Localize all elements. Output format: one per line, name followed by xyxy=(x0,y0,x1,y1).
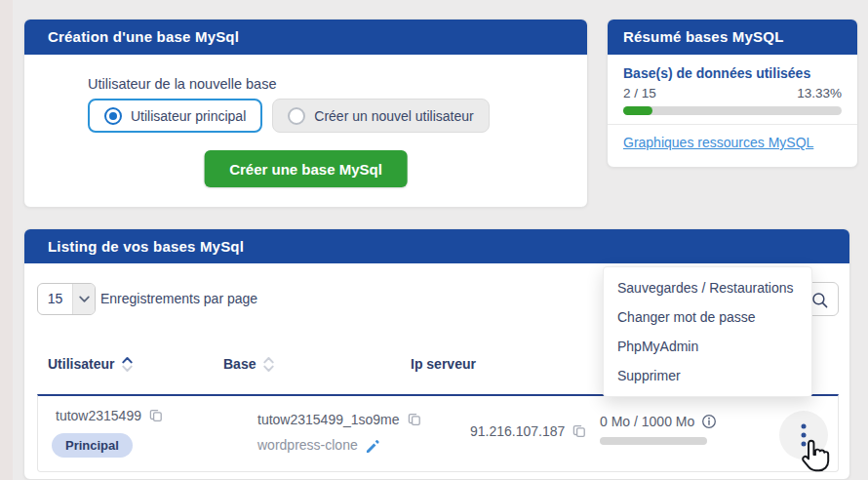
edit-pencil-icon[interactable] xyxy=(365,438,379,453)
radio-option-new-user[interactable]: Créer un nouvel utilisateur xyxy=(272,99,489,133)
copy-icon[interactable] xyxy=(407,412,422,427)
row-ip-cell: 91.216.107.187 xyxy=(470,423,587,439)
creation-card-title: Création d'une base MySql xyxy=(48,28,239,45)
row-base-cell: tutow2315499_1so9me xyxy=(257,412,422,427)
creation-card: Création d'une base MySql Utilisateur de… xyxy=(23,19,588,208)
copy-icon[interactable] xyxy=(148,408,164,423)
row-base-name: tutow2315499_1so9me xyxy=(257,412,400,427)
per-page-selected-value: 15 xyxy=(38,284,72,314)
usage-percent: 13.33% xyxy=(797,86,842,100)
row-user-name: tutow2315499 xyxy=(56,408,141,423)
listing-card-title: Listing de vos bases MySql xyxy=(48,238,244,255)
menu-item-sauvegardes-restaurations[interactable]: Sauvegardes / Restaurations xyxy=(604,273,811,302)
info-icon[interactable] xyxy=(701,414,717,429)
copy-icon[interactable] xyxy=(572,423,587,439)
radio-selected-icon xyxy=(104,107,122,125)
summary-card-title: Résumé bases MySQL xyxy=(623,28,784,45)
row-ip-value: 91.216.107.187 xyxy=(470,423,565,439)
per-page-select[interactable]: 15 xyxy=(37,283,96,315)
row-actions-menu: Sauvegardes / Restaurations Changer mot … xyxy=(603,266,812,397)
column-header-utilisateur[interactable]: Utilisateur xyxy=(48,354,134,374)
column-label: Ip serveur xyxy=(411,356,476,372)
menu-item-phpmyadmin[interactable]: PhpMyAdmin xyxy=(604,332,811,361)
radio-principal-label: Utilisateur principal xyxy=(131,108,246,124)
per-page-label: Enregistrements par page xyxy=(100,283,257,315)
page-edge-strip xyxy=(0,0,13,480)
user-type-radio-group: Utilisateur principal Créer un nouvel ut… xyxy=(88,99,490,133)
usage-count: 2 / 15 xyxy=(623,86,656,100)
row-size-value: 0 Mo / 1000 Mo xyxy=(600,414,694,429)
mysql-management-page: Création d'une base MySql Utilisateur de… xyxy=(0,0,868,480)
databases-used-label: Base(s) de données utilisées xyxy=(623,65,810,81)
row-base-alias-cell: wordpress-clone xyxy=(257,437,379,453)
creation-card-header: Création d'une base MySql xyxy=(24,20,587,55)
sort-icon xyxy=(262,355,275,374)
usage-progress-fill xyxy=(623,106,652,115)
row-base-alias: wordpress-clone xyxy=(257,437,358,453)
chevron-down-icon xyxy=(72,284,95,314)
usage-counts-row: 2 / 15 13.33% xyxy=(623,86,842,100)
menu-item-changer-mot-de-passe[interactable]: Changer mot de passe xyxy=(604,302,811,332)
search-icon xyxy=(810,291,829,309)
mysql-resources-link[interactable]: Graphiques ressources MySQL xyxy=(623,135,813,150)
radio-option-principal[interactable]: Utilisateur principal xyxy=(88,99,262,133)
create-base-button[interactable]: Créer une base MySql xyxy=(204,150,408,187)
sort-icon xyxy=(121,355,134,374)
radio-new-user-label: Créer un nouvel utilisateur xyxy=(314,108,473,124)
row-user-cell: tutow2315499 xyxy=(56,408,164,423)
radio-unselected-icon xyxy=(288,107,305,125)
vertical-ellipsis-icon xyxy=(799,422,809,448)
summary-card-header: Résumé bases MySQL xyxy=(608,20,857,55)
usage-progress-bar xyxy=(623,106,842,115)
column-label: Utilisateur xyxy=(48,356,114,372)
summary-divider xyxy=(608,124,857,125)
new-base-user-label: Utilisateur de la nouvelle base xyxy=(88,76,276,92)
row-size-cell: 0 Mo / 1000 Mo xyxy=(600,414,717,429)
column-header-ip-serveur: Ip serveur xyxy=(411,354,476,374)
summary-card: Résumé bases MySQL Base(s) de données ut… xyxy=(607,19,858,168)
listing-card-header: Listing de vos bases MySql xyxy=(24,229,849,263)
column-header-base[interactable]: Base xyxy=(223,354,275,374)
column-label: Base xyxy=(223,356,256,372)
row-size-progress-bar xyxy=(600,437,707,445)
row-actions-button[interactable] xyxy=(779,411,828,460)
principal-badge: Principal xyxy=(52,433,133,458)
menu-item-supprimer[interactable]: Supprimer xyxy=(604,361,811,390)
table-row: tutow2315499 Principal tutow2315499_1so9… xyxy=(37,394,839,472)
